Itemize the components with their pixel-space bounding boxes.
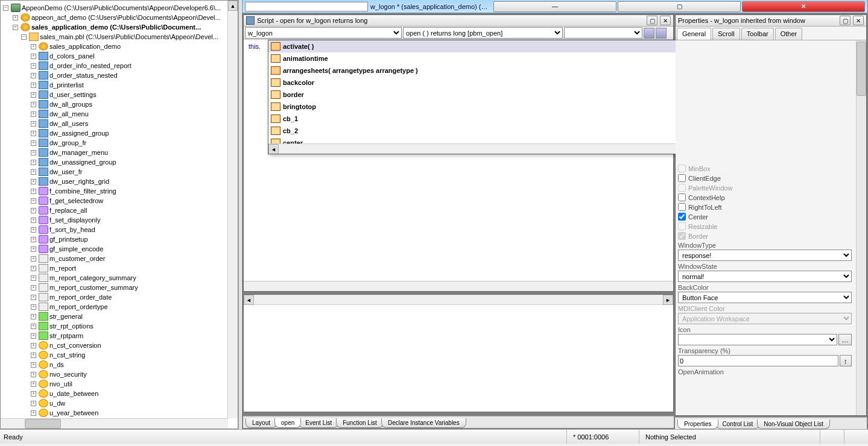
windowtype-select[interactable]: response!	[678, 250, 852, 261]
tree-target[interactable]: + appeon_acf_demo (C:\Users\Public\Docum…	[2, 13, 236, 22]
tree-item[interactable]: +d_colors_panel	[2, 51, 236, 61]
expand-icon[interactable]: +	[31, 247, 36, 252]
tree-item[interactable]: +f_sort_by_head	[2, 225, 236, 234]
tree-item[interactable]: +u_date_between	[2, 389, 236, 398]
spinner-button[interactable]: ↕	[840, 355, 852, 366]
ancestor-dropdown[interactable]	[564, 27, 642, 39]
expand-icon[interactable]: +	[31, 353, 36, 358]
tree-hscrollbar[interactable]	[1, 418, 228, 429]
close-button[interactable]: ✕	[742, 1, 865, 12]
expand-icon[interactable]: +	[31, 44, 36, 49]
tree-item[interactable]: +gf_printsetup	[2, 234, 236, 244]
tree-item[interactable]: +d_order_status_nested	[2, 71, 236, 80]
expand-icon[interactable]: +	[31, 227, 36, 233]
tree-item[interactable]: +dw_group_fr	[2, 138, 236, 148]
event-dropdown[interactable]: open ( ) returns long [pbm_open]	[403, 27, 563, 39]
expand-icon[interactable]: +	[31, 140, 36, 146]
pane-close-button[interactable]: ✕	[660, 16, 671, 25]
checkbox-input[interactable]	[678, 203, 686, 211]
scroll-right-icon[interactable]: ►	[663, 295, 673, 305]
property-view-tab[interactable]: Properties	[677, 419, 718, 429]
tree-item[interactable]: +dw_assigned_group	[2, 128, 236, 138]
tree-item[interactable]: +dw_user_rights_grid	[2, 177, 236, 186]
expand-icon[interactable]: +	[31, 111, 36, 117]
tree-item[interactable]: +n_cst_string	[2, 350, 236, 360]
layout-pane[interactable]: ◄ ►	[243, 294, 674, 412]
view-tab[interactable]: Function List	[336, 418, 384, 428]
expand-icon[interactable]: +	[31, 372, 36, 377]
tree-item[interactable]: +dw_all_users	[2, 119, 236, 128]
maximize-button[interactable]: ▢	[618, 1, 741, 12]
tree-item[interactable]: +u_year_between	[2, 408, 236, 418]
prop-checkbox-row[interactable]: ContextHelp	[678, 193, 852, 201]
icon-select[interactable]	[678, 334, 837, 345]
expand-icon[interactable]: +	[31, 198, 36, 204]
expand-icon[interactable]: +	[31, 285, 36, 291]
tree-item[interactable]: +n_cst_conversion	[2, 341, 236, 350]
prop-checkbox-row[interactable]: Center	[678, 213, 852, 221]
expand-icon[interactable]: +	[31, 218, 36, 223]
tree-item[interactable]: +sales_application_demo	[2, 42, 236, 51]
property-view-tab[interactable]: Non-Visual Object List	[757, 419, 830, 429]
tree-item[interactable]: +f_replace_all	[2, 206, 236, 215]
tree-vscrollbar[interactable]: ▲	[227, 1, 238, 418]
transparency-input[interactable]	[678, 355, 838, 366]
expand-icon[interactable]: +	[31, 63, 36, 69]
object-dropdown[interactable]: w_logon	[245, 27, 402, 39]
tree-item[interactable]: +f_set_displayonly	[2, 215, 236, 225]
expand-icon[interactable]: +	[31, 169, 36, 175]
pane-close-button[interactable]: ✕	[853, 16, 864, 25]
expand-icon[interactable]: −	[21, 34, 27, 40]
property-tab[interactable]: Other	[775, 28, 803, 40]
tree-item[interactable]: +d_order_info_nested_report	[2, 61, 236, 71]
view-tab[interactable]: Declare Instance Variables	[381, 418, 466, 428]
expand-icon[interactable]: +	[13, 15, 18, 20]
property-tab[interactable]: Scroll	[712, 28, 740, 40]
tree-item[interactable]: +u_dw	[2, 398, 236, 408]
expand-icon[interactable]: +	[31, 343, 36, 348]
expand-icon[interactable]: +	[31, 324, 36, 329]
tree-item[interactable]: +str_rptparm	[2, 331, 236, 341]
view-tab[interactable]: Event List	[299, 418, 338, 428]
tree-item[interactable]: +str_rpt_options	[2, 321, 236, 331]
expand-icon[interactable]: +	[31, 362, 36, 368]
tree-item[interactable]: +dw_all_menu	[2, 109, 236, 119]
expand-icon[interactable]: +	[31, 160, 36, 165]
expand-icon[interactable]: +	[31, 73, 36, 78]
tree-item[interactable]: +dw_manager_menu	[2, 148, 236, 157]
checkbox-input[interactable]	[678, 213, 686, 221]
tree-item[interactable]: +m_report_ordertype	[2, 302, 236, 312]
tree-pbl[interactable]: − sales_main.pbl (C:\Users\Public\Docume…	[2, 32, 236, 42]
tree-item[interactable]: +gf_simple_encode	[2, 244, 236, 254]
scroll-left-icon[interactable]: ◄	[244, 295, 254, 305]
expand-icon[interactable]: +	[31, 295, 36, 300]
pane-restore-button[interactable]: ▢	[840, 16, 851, 25]
expand-icon[interactable]: +	[31, 237, 36, 242]
checkbox-input[interactable]	[678, 174, 686, 182]
expand-icon[interactable]: +	[31, 83, 36, 88]
tree-item[interactable]: +str_general	[2, 312, 236, 321]
expand-icon[interactable]: −	[13, 25, 18, 30]
view-tab[interactable]: open	[274, 418, 301, 428]
tree-item[interactable]: +n_ds	[2, 360, 236, 369]
expand-icon[interactable]: +	[31, 266, 36, 271]
expand-icon[interactable]: +	[31, 382, 36, 387]
browse-button[interactable]: …	[838, 334, 852, 345]
system-tree[interactable]: − AppeonDemo (C:\Users\Public\Documents\…	[0, 0, 238, 429]
expand-icon[interactable]: +	[31, 121, 36, 127]
autocomplete-hscroll[interactable]: ◄ ►	[268, 143, 740, 154]
minimize-button[interactable]: —	[493, 1, 616, 12]
tree-item[interactable]: +nvo_util	[2, 379, 236, 389]
backcolor-select[interactable]: Button Face	[678, 292, 852, 303]
expand-icon[interactable]: +	[31, 304, 36, 310]
expand-icon[interactable]: +	[31, 131, 36, 136]
tree-item[interactable]: +d_printerlist	[2, 80, 236, 90]
expand-icon[interactable]: +	[31, 92, 36, 98]
tree-item[interactable]: +dw_all_groups	[2, 99, 236, 109]
toggle-button-1[interactable]	[644, 28, 654, 39]
expand-icon[interactable]: −	[3, 5, 8, 11]
windowstate-select[interactable]: normal!	[678, 271, 852, 282]
prop-checkbox-row[interactable]: RightToLeft	[678, 203, 852, 211]
tree-item[interactable]: +m_report	[2, 263, 236, 273]
tree-target-active[interactable]: − sales_application_demo (C:\Users\Publi…	[2, 22, 236, 32]
